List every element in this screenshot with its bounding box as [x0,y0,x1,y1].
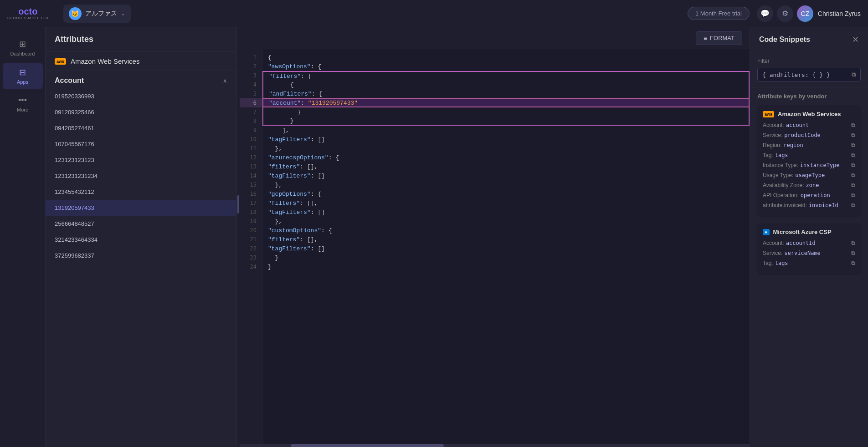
sidebar-item-more[interactable]: ••• More [3,91,43,117]
sidebar-nav: ⊞ Dashboard ⊟ Apps ••• More [0,27,46,447]
chat-icon[interactable]: 💬 [757,5,773,22]
account-item[interactable]: 094205274461 [46,120,236,136]
chevron-down-icon: ⌄ [121,10,125,17]
user-section[interactable]: CZ Christian Zyrus [797,5,861,22]
azure-block-header: AMicrosoft Azure CSP [763,229,855,235]
aws-block-header: awsAmazon Web Services [763,111,855,117]
code-line: "filters": [ [262,71,750,80]
chevron-up-icon[interactable]: ∧ [223,77,227,84]
dashboard-icon: ⊞ [19,39,26,49]
account-header: Account ∧ [46,71,236,88]
filter-label: Filter [757,58,861,64]
line-number: 3 [240,71,262,80]
line-numbers: 123456789101112131415161718192021222324 [240,49,262,444]
sidebar-item-apps[interactable]: ⊟ Apps [3,63,43,89]
logo-text: octo [18,7,37,16]
format-icon: ≡ [704,35,707,42]
copy-icon[interactable]: ⧉ [851,162,855,168]
code-line: { [262,53,750,62]
code-line: }, [262,144,750,153]
code-line: }, [262,180,750,189]
attr-value: instanceType [800,162,840,168]
account-item[interactable]: 091209325466 [46,104,236,120]
attr-label: Tag: [763,152,773,158]
vendor-item[interactable]: aws Amazon Web Services [55,57,227,65]
code-line: } [262,253,750,262]
line-number: 24 [240,262,262,271]
account-item[interactable]: 019520336993 [46,88,236,104]
copy-icon[interactable]: ⧉ [851,122,855,128]
azure-vendor-block: AMicrosoft Azure CSPAccount:accountId⧉Se… [757,223,861,275]
account-item[interactable]: 256664848527 [46,216,236,232]
copy-icon[interactable]: ⧉ [852,71,856,78]
code-line: } [262,107,750,117]
code-line: "filters": [], [262,235,750,244]
attribute-row: Account:account⧉ [763,122,855,128]
code-line: { [262,80,750,89]
attr-label: Service: [763,132,782,138]
format-button[interactable]: ≡ FORMAT [696,31,742,45]
copy-icon[interactable]: ⧉ [851,132,855,138]
attr-value: accountId [786,240,816,246]
filter-input[interactable]: { andFilters: { } } ⧉ [757,68,861,81]
code-line: }, [262,217,750,226]
account-section: Account ∧ 019520336993091209325466094205… [46,71,236,264]
code-line: } [262,262,750,271]
line-number: 9 [240,126,262,135]
sidebar-item-label: More [17,107,28,112]
line-number: 17 [240,198,262,208]
attr-value: productCode [784,132,820,138]
logo[interactable]: octo CLOUD SIMPLIFIED [7,7,49,20]
copy-icon[interactable]: ⧉ [851,182,855,188]
attr-value: tags [775,152,788,158]
header: octo CLOUD SIMPLIFIED 🐱 アルファス ⌄ 1 Month … [0,0,868,27]
attr-value: zone [806,182,819,188]
copy-icon[interactable]: ⧉ [851,240,855,246]
editor-content[interactable]: 123456789101112131415161718192021222324 … [240,49,750,444]
account-item[interactable]: 1231231231234 [46,168,236,184]
copy-icon[interactable]: ⧉ [851,250,855,256]
attribute-row: API Operation:operation⧉ [763,192,855,198]
line-number: 18 [240,208,262,217]
line-number: 19 [240,217,262,226]
account-item[interactable]: 123123123123 [46,152,236,168]
vendor-name: Amazon Web Services [71,57,139,65]
code-line: "filters": [], [262,198,750,208]
close-button[interactable]: ✕ [852,35,859,45]
account-item[interactable]: 131920597433 [46,200,236,216]
user-name: Christian Zyrus [818,10,861,17]
gear-icon[interactable]: ⚙ [777,5,793,22]
copy-icon[interactable]: ⧉ [851,260,855,266]
account-item[interactable]: 123455432112 [46,184,236,200]
account-item[interactable]: 107045567176 [46,136,236,152]
filter-value: { andFilters: { } } [762,71,830,78]
editor-toolbar: ≡ FORMAT [240,27,750,49]
copy-icon[interactable]: ⧉ [851,202,855,208]
trial-badge: 1 Month Free trial [688,7,750,20]
attribute-row: Instance Type:instanceType⧉ [763,162,855,168]
line-number: 11 [240,144,262,153]
attributes-panel: Attributes aws Amazon Web Services Accou… [46,27,237,447]
copy-icon[interactable]: ⧉ [851,192,855,198]
scroll-thumb [237,195,239,213]
workspace-selector[interactable]: 🐱 アルファス ⌄ [63,5,131,23]
code-line: "tagFilters": [] [262,135,750,144]
line-number: 8 [240,117,262,126]
sidebar-item-dashboard[interactable]: ⊞ Dashboard [3,35,43,61]
attr-label: API Operation: [763,192,799,198]
code-line: "customOptions": { [262,226,750,235]
scroll-thumb [291,444,444,447]
sidebar-item-label: Apps [17,79,28,85]
editor-scrollbar[interactable] [240,444,750,447]
copy-icon[interactable]: ⧉ [851,152,855,158]
copy-icon[interactable]: ⧉ [851,142,855,148]
aws-vendor-block: awsAmazon Web ServicesAccount:account⧉Se… [757,105,861,218]
copy-icon[interactable]: ⧉ [851,172,855,178]
attr-label: Service: [763,250,782,256]
line-number: 7 [240,107,262,117]
attributes-scrollbar[interactable] [237,27,240,447]
account-item[interactable]: 3214233464334 [46,232,236,248]
aws-badge: aws [763,111,774,117]
account-item[interactable]: 372599682337 [46,248,236,264]
code-line: "filters": [], [262,162,750,171]
